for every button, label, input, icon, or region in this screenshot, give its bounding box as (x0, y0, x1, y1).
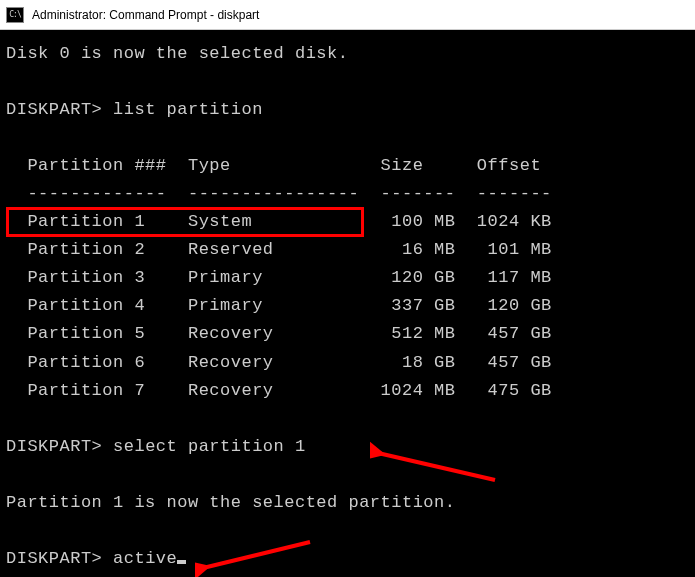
table-row: Partition 2 Reserved 16 MB 101 MB (6, 236, 689, 264)
prompt-line-1: DISKPART> list partition (6, 96, 689, 124)
blank-line (6, 405, 689, 433)
blank-line (6, 461, 689, 489)
table-separator: ------------- ---------------- ------- -… (6, 180, 689, 208)
table-header: Partition ### Type Size Offset (6, 152, 689, 180)
diskpart-prompt: DISKPART> (6, 437, 102, 456)
output-disk-selected: Disk 0 is now the selected disk. (6, 40, 689, 68)
text-cursor (177, 560, 186, 564)
table-row: Partition 5 Recovery 512 MB 457 GB (6, 320, 689, 348)
blank-line (6, 124, 689, 152)
table-row: Partition 3 Primary 120 GB 117 MB (6, 264, 689, 292)
window-title: Administrator: Command Prompt - diskpart (32, 8, 259, 22)
diskpart-prompt: DISKPART> (6, 549, 102, 568)
table-row: Partition 6 Recovery 18 GB 457 GB (6, 349, 689, 377)
table-row: Partition 1 System 100 MB 1024 KB (6, 208, 689, 236)
diskpart-prompt: DISKPART> (6, 100, 102, 119)
cmd-icon: C:\ (6, 7, 24, 23)
prompt-line-2: DISKPART> select partition 1 (6, 433, 689, 461)
titlebar[interactable]: C:\ Administrator: Command Prompt - disk… (0, 0, 695, 30)
table-row: Partition 7 Recovery 1024 MB 475 GB (6, 377, 689, 405)
command-list-partition: list partition (113, 100, 263, 119)
blank-line (6, 68, 689, 96)
blank-line (6, 517, 689, 545)
command-active: active (113, 549, 177, 568)
prompt-line-3: DISKPART> active (6, 545, 689, 573)
terminal-area[interactable]: Disk 0 is now the selected disk. DISKPAR… (0, 30, 695, 577)
output-partition-selected: Partition 1 is now the selected partitio… (6, 489, 689, 517)
command-select-partition: select partition 1 (113, 437, 306, 456)
table-row: Partition 4 Primary 337 GB 120 GB (6, 292, 689, 320)
